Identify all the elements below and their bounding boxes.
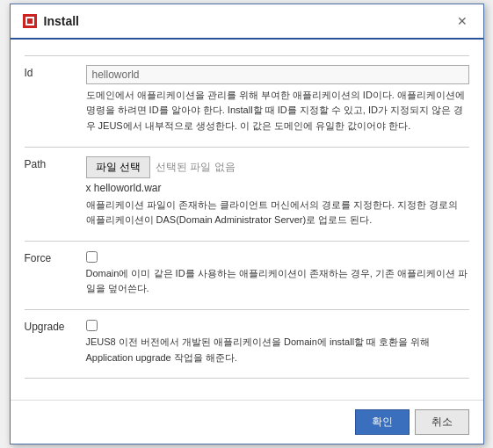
dialog-title: Install: [44, 14, 79, 28]
force-checkbox-row: [86, 250, 469, 263]
path-separator: [25, 241, 469, 242]
upgrade-separator: [25, 378, 469, 379]
upgrade-checkbox[interactable]: [86, 320, 98, 331]
path-row: Path 파일 선택 선택된 파일 없음 x helloworld.war 애플…: [25, 156, 469, 228]
id-label: Id: [25, 65, 86, 79]
force-field: Domain에 이미 같은 ID를 사용하는 애플리케이션이 존재하는 경우, …: [86, 250, 469, 297]
no-file-label: 선택된 파일 없음: [156, 160, 236, 175]
path-description: 애플리케이션 파일이 존재하는 클라이언트 머신에서의 경로를 지정한다. 지정…: [86, 198, 469, 228]
app-icon: [23, 14, 37, 28]
path-field: 파일 선택 선택된 파일 없음 x helloworld.war 애플리케이션 …: [86, 156, 469, 228]
upgrade-description: JEUS8 이전 버전에서 개발된 애플리케이션을 Domain에 instal…: [86, 335, 469, 365]
svg-rect-2: [27, 18, 33, 24]
id-field: 도메인에서 애플리케이션을 관리를 위해 부여한 애플리케이션의 ID이다. 애…: [86, 65, 469, 134]
force-description: Domain에 이미 같은 ID를 사용하는 애플리케이션이 존재하는 경우, …: [86, 266, 469, 297]
confirm-button[interactable]: 확인: [355, 409, 410, 435]
dialog-content: Id 도메인에서 애플리케이션을 관리를 위해 부여한 애플리케이션의 ID이다…: [11, 40, 483, 400]
upgrade-label: Upgrade: [25, 319, 86, 333]
id-separator: [25, 147, 469, 148]
id-row: Id 도메인에서 애플리케이션을 관리를 위해 부여한 애플리케이션의 ID이다…: [25, 65, 469, 134]
close-button[interactable]: ✕: [453, 13, 471, 29]
force-separator: [25, 309, 469, 310]
cancel-button[interactable]: 취소: [415, 409, 469, 435]
id-input[interactable]: [86, 65, 469, 84]
upgrade-row: Upgrade JEUS8 이전 버전에서 개발된 애플리케이션을 Domain…: [25, 319, 469, 365]
force-checkbox[interactable]: [86, 251, 98, 263]
file-path-value: x helloworld.war: [86, 182, 469, 194]
path-label: Path: [25, 156, 86, 170]
upgrade-field: JEUS8 이전 버전에서 개발된 애플리케이션을 Domain에 instal…: [86, 319, 469, 365]
install-dialog: Install ✕ Id 도메인에서 애플리케이션을 관리를 위해 부여한 애플…: [10, 4, 484, 444]
upgrade-checkbox-row: [86, 319, 469, 331]
force-row: Force Domain에 이미 같은 ID를 사용하는 애플리케이션이 존재하…: [25, 250, 469, 297]
file-btn-row: 파일 선택 선택된 파일 없음: [86, 156, 469, 178]
top-separator: [25, 55, 469, 56]
id-description: 도메인에서 애플리케이션을 관리를 위해 부여한 애플리케이션의 ID이다. 애…: [86, 88, 469, 134]
dialog-footer: 확인 취소: [11, 400, 483, 444]
title-bar: Install ✕: [11, 4, 483, 40]
title-bar-left: Install: [23, 14, 79, 28]
file-select-button[interactable]: 파일 선택: [86, 156, 150, 178]
force-label: Force: [25, 250, 86, 264]
